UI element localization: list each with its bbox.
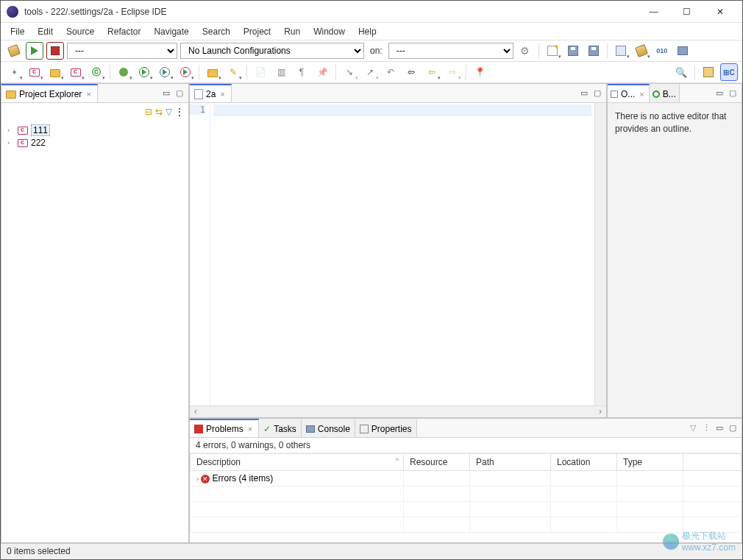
- col-resource[interactable]: Resource: [404, 454, 470, 471]
- quick-search-button[interactable]: 🔍: [672, 63, 690, 81]
- console-tab[interactable]: Console: [302, 419, 355, 437]
- minimize-view-icon[interactable]: ▭: [160, 88, 172, 99]
- expand-icon[interactable]: ›: [7, 127, 15, 134]
- tasks-tab[interactable]: ✓ Tasks: [259, 419, 302, 437]
- maximize-view-icon[interactable]: ▢: [174, 88, 185, 99]
- debug-button[interactable]: [115, 63, 132, 81]
- pin-button[interactable]: 📌: [313, 63, 331, 81]
- menu-help[interactable]: Help: [352, 24, 383, 39]
- minimize-button[interactable]: —: [637, 1, 670, 22]
- view-menu-icon[interactable]: ⋮: [175, 107, 184, 117]
- terminal-button[interactable]: [674, 42, 692, 60]
- new-wizard-button[interactable]: ✦: [5, 63, 23, 81]
- col-location[interactable]: Location: [551, 454, 617, 471]
- build-drop-button[interactable]: [633, 42, 650, 60]
- maximize-view-icon[interactable]: ▢: [727, 422, 739, 434]
- code-area[interactable]: [210, 103, 594, 405]
- new-button[interactable]: [544, 42, 561, 60]
- vertical-scrollbar[interactable]: [594, 103, 606, 405]
- minimize-view-icon[interactable]: ▭: [578, 88, 590, 99]
- col-spacer: [683, 454, 742, 471]
- new-project-button[interactable]: [26, 63, 43, 81]
- close-tab-icon[interactable]: ×: [218, 90, 226, 99]
- open-type-button[interactable]: [204, 63, 221, 81]
- last-edit-button[interactable]: ↶: [382, 63, 399, 81]
- menu-project[interactable]: Project: [237, 24, 277, 39]
- col-path[interactable]: Path: [470, 454, 551, 471]
- minimize-view-icon[interactable]: ▭: [714, 88, 725, 99]
- menu-navigate[interactable]: Navigate: [147, 24, 195, 39]
- col-description[interactable]: Description^: [191, 454, 404, 471]
- toggle-button[interactable]: [612, 42, 630, 60]
- filter-icon[interactable]: ▽: [687, 422, 699, 434]
- launch-settings-button[interactable]: ⚙: [516, 42, 534, 60]
- errors-group-row[interactable]: › ✕Errors (4 items): [191, 471, 742, 486]
- open-perspective-button[interactable]: [700, 63, 717, 81]
- close-tab-icon[interactable]: ×: [85, 90, 92, 99]
- binary-view-button[interactable]: 010: [653, 42, 671, 60]
- search-drop-button[interactable]: ✎: [224, 63, 242, 81]
- menu-file[interactable]: File: [4, 24, 31, 39]
- editor-body[interactable]: 1: [190, 103, 606, 405]
- stop-button[interactable]: [46, 42, 64, 60]
- build-tab-label: B...: [663, 89, 676, 99]
- problems-panel: Problems × ✓ Tasks Console Properties ▽: [189, 418, 742, 543]
- link-editor-icon[interactable]: ⇆: [155, 107, 163, 117]
- maximize-button[interactable]: ☐: [670, 1, 703, 22]
- problems-tab[interactable]: Problems ×: [190, 419, 259, 437]
- undo-nav-button[interactable]: ⇦: [402, 63, 420, 81]
- new-source-button[interactable]: [67, 63, 85, 81]
- close-tab-icon[interactable]: ×: [638, 90, 645, 99]
- coverage-button[interactable]: [177, 63, 194, 81]
- code-line[interactable]: [213, 104, 591, 116]
- outline-tab[interactable]: O... ×: [608, 84, 650, 102]
- tree-item-label: 111: [31, 124, 50, 136]
- menu-edit[interactable]: Edit: [31, 24, 60, 39]
- view-menu-icon[interactable]: ⋮: [700, 422, 712, 434]
- col-type[interactable]: Type: [617, 454, 683, 471]
- show-whitespace-button[interactable]: ¶: [293, 63, 310, 81]
- launch-target-combo[interactable]: ---: [388, 43, 513, 59]
- run-button[interactable]: [26, 42, 43, 60]
- properties-tab[interactable]: Properties: [355, 419, 417, 437]
- menu-window[interactable]: Window: [307, 24, 352, 39]
- build-button[interactable]: [5, 42, 23, 60]
- tree-item-222[interactable]: › 222: [4, 137, 185, 149]
- watermark-icon: [663, 534, 679, 550]
- menu-search[interactable]: Search: [196, 24, 237, 39]
- launch-config-combo[interactable]: No Launch Configurations: [180, 43, 364, 59]
- expand-icon[interactable]: ›: [7, 139, 15, 146]
- build-targets-tab[interactable]: B...: [650, 84, 680, 102]
- profile-button[interactable]: [156, 63, 174, 81]
- horizontal-scrollbar[interactable]: ‹›: [190, 405, 606, 417]
- new-class-button[interactable]: ⓒ: [88, 63, 105, 81]
- menu-run[interactable]: Run: [277, 24, 307, 39]
- run-drop-button[interactable]: [135, 63, 153, 81]
- forward-button[interactable]: ⇨: [444, 63, 461, 81]
- cpp-perspective-button[interactable]: ⊞C: [720, 63, 738, 81]
- tree-item-111[interactable]: › 111: [4, 124, 185, 137]
- back-button[interactable]: ⇦: [423, 63, 441, 81]
- filter-icon[interactable]: ▽: [166, 107, 172, 117]
- menu-refactor[interactable]: Refactor: [101, 24, 147, 39]
- maximize-view-icon[interactable]: ▢: [727, 88, 739, 99]
- maximize-view-icon[interactable]: ▢: [591, 88, 603, 99]
- outline-tab-label: O...: [621, 89, 635, 99]
- editor-tab-2a[interactable]: 2a ×: [190, 84, 232, 102]
- properties-icon: [360, 425, 369, 433]
- save-button[interactable]: [564, 42, 582, 60]
- close-tab-icon[interactable]: ×: [246, 425, 254, 433]
- save-all-button[interactable]: [585, 42, 602, 60]
- project-explorer-tab[interactable]: Project Explorer ×: [1, 84, 98, 102]
- pin-editor-button[interactable]: 📍: [471, 63, 488, 81]
- minimize-view-icon[interactable]: ▭: [714, 422, 725, 434]
- toggle-block-button[interactable]: ▥: [272, 63, 290, 81]
- close-button[interactable]: ✕: [703, 1, 736, 22]
- new-folder-button[interactable]: [46, 63, 64, 81]
- collapse-all-icon[interactable]: ⊟: [145, 107, 152, 117]
- prev-annotation-button[interactable]: ↗: [361, 63, 379, 81]
- next-annotation-button[interactable]: ↘: [341, 63, 358, 81]
- toggle-mark-button[interactable]: 📄: [252, 63, 269, 81]
- launch-mode-combo[interactable]: ---: [67, 43, 177, 59]
- menu-source[interactable]: Source: [60, 24, 101, 39]
